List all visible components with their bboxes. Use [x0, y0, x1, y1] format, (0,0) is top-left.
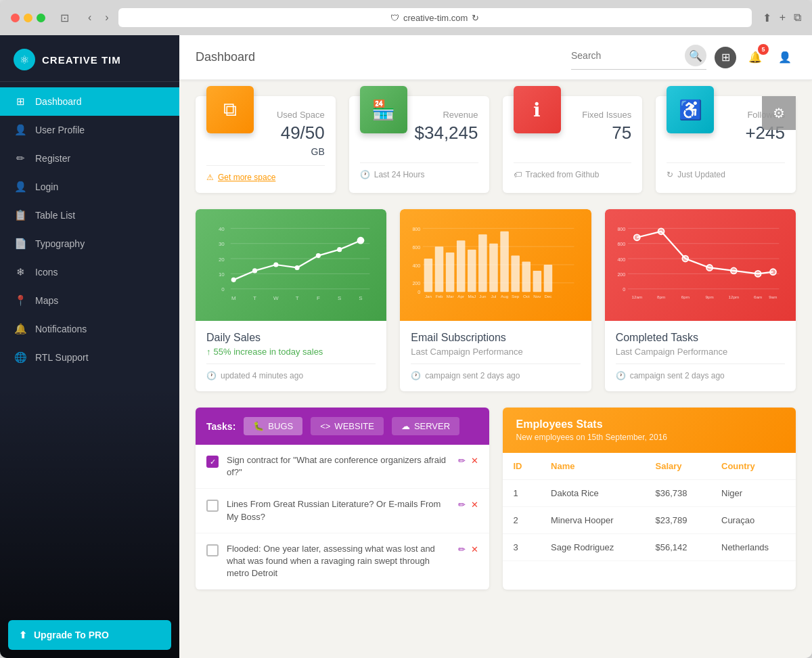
- chart-header-daily-sales: 40 30 20 10 0: [196, 209, 386, 321]
- dot-yellow[interactable]: [24, 14, 32, 22]
- svg-point-14: [316, 253, 321, 258]
- chart-card-completed-tasks: 800 600 400 200 0: [605, 209, 796, 391]
- employee-salary: $56,142: [645, 534, 710, 561]
- employee-country: Curaçao: [710, 507, 796, 534]
- browser-addressbar[interactable]: 🛡 creative-tim.com ↻: [118, 8, 752, 27]
- browser-forward-btn[interactable]: ›: [101, 9, 112, 26]
- stat-footer-text[interactable]: Get more space: [218, 173, 275, 182]
- user-menu-button[interactable]: 👤: [774, 47, 796, 68]
- dot-green[interactable]: [37, 14, 45, 22]
- tasks-tab-bugs[interactable]: 🐛 BUGS: [244, 417, 302, 435]
- notifications-icon: 🔔: [14, 323, 27, 335]
- task-actions-3: ✏ ✕: [458, 544, 478, 554]
- svg-text:40: 40: [219, 226, 225, 232]
- stat-icon-used-space: ⧉: [206, 86, 254, 133]
- sidebar-item-dashboard[interactable]: ⊞ Dashboard: [0, 87, 179, 116]
- task-edit-1[interactable]: ✏: [458, 456, 466, 466]
- clock-icon-ct: 🕐: [616, 371, 626, 380]
- svg-text:Apr: Apr: [458, 294, 465, 299]
- svg-point-16: [357, 237, 365, 244]
- task-item-2: Lines From Great Russian Literature? Or …: [196, 489, 489, 533]
- gear-icon[interactable]: ⚙: [762, 96, 796, 130]
- task-edit-2[interactable]: ✏: [458, 500, 466, 510]
- user-icon: 👤: [14, 124, 27, 136]
- typography-icon: 📄: [14, 238, 27, 250]
- new-tab-icon[interactable]: +: [780, 12, 786, 24]
- svg-text:Oct: Oct: [523, 294, 530, 299]
- browser-back-btn[interactable]: ‹: [84, 9, 95, 26]
- svg-point-13: [295, 265, 300, 270]
- browser-sidebar-btn[interactable]: ⊡: [56, 9, 73, 27]
- svg-point-15: [337, 247, 342, 252]
- svg-text:MaJ: MaJ: [468, 294, 476, 299]
- employee-id: 2: [503, 507, 541, 534]
- sidebar-item-user-profile[interactable]: 👤 User Profile: [0, 116, 179, 144]
- bugs-icon: 🐛: [253, 421, 264, 431]
- browser-actions: ⬆ + ⧉: [763, 12, 801, 24]
- sidebar-item-icons[interactable]: ❄ Icons: [0, 258, 179, 286]
- rtl-icon: 🌐: [14, 351, 27, 364]
- sidebar-item-register[interactable]: ✏ Register: [0, 144, 179, 173]
- svg-rect-38: [478, 234, 487, 292]
- sidebar-item-maps[interactable]: 📍 Maps: [0, 286, 179, 315]
- employee-country: Netherlands: [710, 534, 796, 561]
- search-input[interactable]: [571, 50, 679, 61]
- svg-point-11: [252, 268, 257, 273]
- notification-badge: 5: [758, 44, 769, 55]
- task-edit-3[interactable]: ✏: [458, 544, 466, 554]
- svg-point-73: [770, 269, 776, 275]
- task-checkbox-2[interactable]: [206, 500, 219, 512]
- sidebar-item-notifications[interactable]: 🔔 Notifications: [0, 315, 179, 343]
- svg-text:800: 800: [413, 227, 421, 232]
- task-actions-1: ✏ ✕: [458, 456, 478, 466]
- task-text-1: Sign contract for "What are conference o…: [227, 454, 450, 479]
- windows-icon[interactable]: ⧉: [794, 12, 801, 24]
- employee-name: Minerva Hooper: [540, 507, 645, 534]
- stat-footer-text: Last 24 Hours: [374, 170, 425, 179]
- dot-red[interactable]: [11, 14, 20, 22]
- col-name: Name: [540, 453, 645, 480]
- tag-icon: 🏷: [514, 170, 522, 179]
- sidebar-item-typography[interactable]: 📄 Typography: [0, 229, 179, 258]
- svg-text:Aug: Aug: [501, 294, 509, 299]
- task-delete-3[interactable]: ✕: [471, 544, 478, 554]
- svg-text:W: W: [273, 295, 279, 301]
- share-icon[interactable]: ⬆: [763, 12, 771, 24]
- sidebar-content: ⚛ CREATIVE TIM ⊞ Dashboard 👤 User Profil…: [0, 35, 179, 658]
- task-delete-1[interactable]: ✕: [471, 456, 478, 466]
- svg-text:Feb: Feb: [436, 294, 443, 299]
- tasks-tab-website[interactable]: <> WEBSITE: [311, 417, 384, 435]
- refresh-icon: ↻: [667, 170, 673, 179]
- stat-footer-revenue: 🕐 Last 24 Hours: [360, 162, 478, 179]
- employees-table-body: 1 Dakota Rice $36,738 Niger 2 Minerva Ho…: [503, 480, 796, 561]
- employee-salary: $36,738: [645, 480, 710, 507]
- svg-text:M: M: [231, 295, 236, 301]
- stat-footer-text: Tracked from Github: [526, 170, 600, 179]
- notifications-button[interactable]: 🔔 5: [744, 47, 766, 68]
- task-checkbox-1[interactable]: ✓: [206, 456, 219, 468]
- search-button[interactable]: 🔍: [685, 45, 706, 66]
- sidebar-item-label: RTL Support: [35, 352, 89, 363]
- completed-tasks-chart: 800 600 400 200 0: [616, 217, 785, 312]
- sidebar-item-rtl-support[interactable]: 🌐 RTL Support: [0, 343, 179, 372]
- sidebar-item-table-list[interactable]: 📋 Table List: [0, 201, 179, 229]
- warning-icon: ⚠: [206, 173, 214, 182]
- cloud-icon: ☁: [401, 421, 410, 431]
- chart-card-email-subscriptions: 800 600 400 200 0: [400, 209, 591, 391]
- svg-point-12: [273, 262, 278, 267]
- svg-text:0: 0: [221, 286, 225, 292]
- employee-country: Niger: [710, 480, 796, 507]
- col-country: Country: [710, 453, 796, 480]
- svg-text:10: 10: [219, 271, 225, 278]
- chart-title-daily-sales: Daily Sales: [206, 332, 376, 344]
- grid-view-button[interactable]: ⊞: [715, 47, 736, 68]
- chart-body-completed-tasks: Completed Tasks Last Campaign Performanc…: [605, 321, 796, 391]
- upgrade-button[interactable]: ⬆ Upgrade To PRO: [8, 620, 171, 650]
- svg-text:6pm: 6pm: [681, 294, 689, 299]
- tasks-tab-server[interactable]: ☁ SERVER: [392, 417, 459, 435]
- task-delete-2[interactable]: ✕: [471, 500, 478, 510]
- sidebar-item-login[interactable]: 👤 Login: [0, 173, 179, 201]
- sidebar-item-label: Login: [35, 181, 58, 192]
- svg-text:T: T: [296, 295, 299, 301]
- task-checkbox-3[interactable]: [206, 544, 219, 556]
